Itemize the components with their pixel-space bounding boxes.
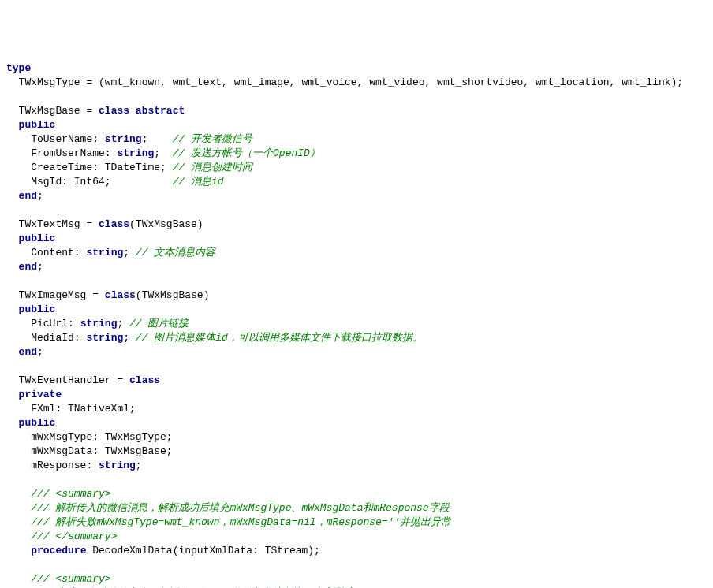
code-keyword: end [19, 346, 37, 358]
code-text [6, 119, 19, 131]
code-text: mResponse: [6, 460, 99, 471]
code-keyword: public [19, 119, 56, 131]
code-text: TWxEventHandler = [6, 374, 129, 386]
code-text [6, 417, 19, 429]
code-text [6, 190, 19, 202]
code-line: PicUrl: string; // 图片链接 [6, 317, 707, 331]
code-line: CreateTime: TDateTime; // 消息创建时间 [6, 161, 707, 175]
code-text [6, 389, 19, 400]
code-line: FXml: TNativeXml; [6, 402, 707, 416]
code-line [6, 359, 707, 374]
code-comment: // 消息创建时间 [173, 162, 252, 173]
code-line: MediaId: string; // 图片消息媒体id，可以调用多媒体文件下载… [6, 331, 707, 345]
code-line: TWxEventHandler = class [6, 374, 707, 388]
code-line: Content: string; // 文本消息内容 [6, 246, 707, 260]
code-line: procedure DecodeXmlData(inputXmlData: TS… [6, 544, 707, 558]
code-text: TWxMsgType = (wmt_known, wmt_text, wmt_i… [6, 76, 683, 88]
code-line: TWxMsgBase = class abstract [6, 104, 707, 118]
code-line: TWxImageMsg = class(TWxMsgBase) [6, 288, 707, 303]
code-text [6, 346, 19, 358]
code-text [6, 233, 19, 244]
code-line [6, 274, 707, 288]
code-line: /// <summary> [6, 487, 707, 501]
code-text [6, 530, 31, 542]
code-text [6, 516, 31, 528]
code-keyword: public [19, 233, 56, 244]
code-text: mWxMsgType: TWxMsgType; [6, 431, 173, 443]
code-line: public [6, 303, 707, 317]
code-line: private [6, 388, 707, 402]
code-keyword: type [6, 62, 31, 74]
code-text [6, 261, 19, 273]
code-text: ; [142, 133, 173, 145]
code-line: MsgId: Int64; // 消息id [6, 175, 707, 189]
code-type: string [99, 460, 136, 471]
code-text: ; [123, 332, 136, 344]
code-line: public [6, 118, 707, 132]
code-text: ToUserName: [6, 133, 105, 145]
code-line: /// </summary> [6, 530, 707, 544]
code-type: string [86, 332, 123, 344]
code-line: end; [6, 189, 707, 203]
code-type: string [86, 247, 123, 259]
code-keyword: procedure [31, 545, 86, 556]
code-text: PicUrl: [6, 318, 80, 329]
code-text: TWxMsgBase = [6, 105, 99, 117]
code-comment: // 文本消息内容 [136, 247, 215, 259]
code-type: string [117, 147, 154, 159]
code-block: type TWxMsgType = (wmt_known, wmt_text, … [6, 61, 707, 588]
code-comment: // 图片链接 [129, 318, 189, 329]
code-text: mWxMsgData: TWxMsgBase; [6, 445, 173, 457]
code-text [6, 545, 31, 556]
code-text: (TWxMsgBase) [129, 218, 203, 230]
code-comment: /// </summary> [31, 530, 117, 542]
code-keyword: end [19, 261, 37, 273]
code-text: TWxTextMsg = [6, 218, 99, 230]
code-line: FromUserName: string; // 发送方帐号（一个OpenID） [6, 147, 707, 161]
code-type: string [105, 133, 142, 145]
code-text: FromUserName: [6, 147, 117, 159]
code-text: ; [154, 147, 172, 159]
code-line: end; [6, 260, 707, 274]
code-line: TWxTextMsg = class(TWxMsgBase) [6, 218, 707, 232]
code-text [6, 502, 31, 514]
code-text: FXml: TNativeXml; [6, 403, 136, 415]
code-text: ; [136, 460, 142, 471]
code-keyword: class abstract [99, 105, 185, 117]
code-line [6, 203, 707, 218]
code-text: MsgId: Int64; [6, 176, 173, 188]
code-text: ; [117, 318, 129, 329]
code-text: CreateTime: TDateTime; [6, 162, 173, 173]
code-keyword: class [105, 289, 136, 301]
code-line: ToUserName: string; // 开发者微信号 [6, 132, 707, 147]
code-line: mResponse: string; [6, 459, 707, 473]
code-line: /// <summary> [6, 572, 707, 586]
code-line [6, 558, 707, 572]
code-keyword: public [19, 417, 56, 429]
code-comment: // 消息id [173, 176, 224, 188]
code-text: ; [37, 261, 43, 273]
code-keyword: end [19, 190, 37, 202]
code-text [6, 573, 31, 585]
code-comment: // 图片消息媒体id，可以调用多媒体文件下载接口拉取数据。 [136, 332, 423, 344]
code-line [6, 473, 707, 487]
code-comment: /// 解析失败mWxMsgType=wmt_known，mWxMsgData=… [31, 516, 451, 528]
code-line: /// 解析失败mWxMsgType=wmt_known，mWxMsgData=… [6, 515, 707, 530]
code-text: TWxImageMsg = [6, 289, 105, 301]
code-comment: /// <summary> [31, 573, 110, 585]
code-comment: // 发送方帐号（一个OpenID） [173, 147, 320, 159]
code-keyword: private [19, 389, 62, 400]
code-keyword: class [99, 218, 129, 230]
code-text: (TWxMsgBase) [136, 289, 210, 301]
code-keyword: class [129, 374, 160, 386]
code-comment: // 开发者微信号 [173, 133, 252, 145]
code-line: public [6, 232, 707, 246]
code-text: ; [37, 346, 43, 358]
code-type: string [80, 318, 118, 329]
code-line: public [6, 416, 707, 430]
code-text: ; [123, 247, 136, 259]
code-text [6, 303, 19, 315]
code-keyword: public [19, 303, 56, 315]
code-comment: /// <summary> [31, 488, 110, 500]
code-line: TWxMsgType = (wmt_known, wmt_text, wmt_i… [6, 76, 707, 90]
